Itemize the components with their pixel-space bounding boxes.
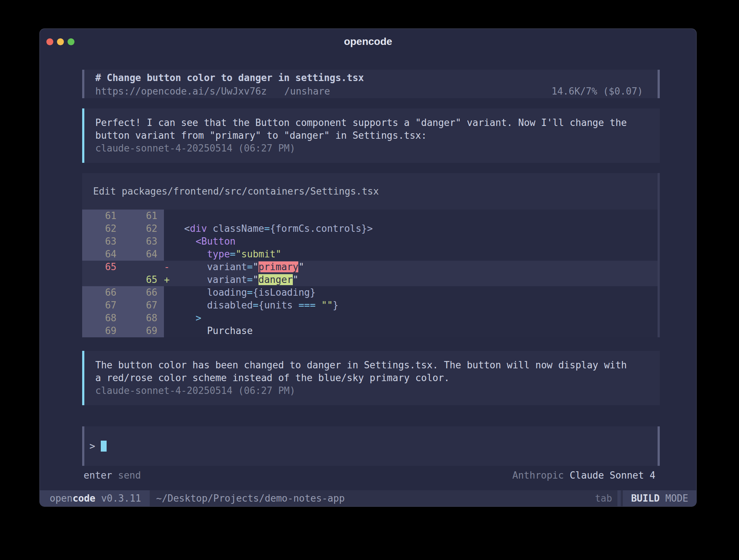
diff-gutter: 65 xyxy=(82,261,164,273)
scrollbar-track[interactable] xyxy=(658,173,660,337)
hint-row: enter send Anthropic Claude Sonnet 4 xyxy=(82,469,660,482)
code-token: Purchase xyxy=(207,325,253,336)
line-number: 68 xyxy=(123,312,164,325)
diff-row: 6969 Purchase xyxy=(82,325,660,337)
titlebar: opencode xyxy=(40,29,696,54)
message-line: The button color has been changed to dan… xyxy=(95,359,649,372)
diff-sign xyxy=(164,325,173,337)
diff-gutter: 6666 xyxy=(82,286,164,299)
line-number: 67 xyxy=(82,299,123,312)
code-token: " xyxy=(253,261,259,272)
app-window: opencode # Change button color to danger… xyxy=(39,28,697,507)
diff-sign xyxy=(164,312,173,325)
diff-sign: - xyxy=(164,261,173,273)
code-token: " xyxy=(293,274,299,285)
code-token: < xyxy=(184,223,190,234)
diff-table: 61616262 <div className={formCs.controls… xyxy=(82,210,660,337)
line-number: 62 xyxy=(123,222,164,235)
code-token: === xyxy=(298,300,315,311)
diff-gutter: 6262 xyxy=(82,222,164,235)
line-number: 63 xyxy=(82,235,123,248)
diff-gutter: 6363 xyxy=(82,235,164,248)
line-number: 64 xyxy=(123,248,164,261)
code-line: variant="danger" xyxy=(173,273,660,286)
send-hint-label: send xyxy=(118,469,141,482)
code-token xyxy=(173,274,207,285)
diff-gutter: 6767 xyxy=(82,299,164,312)
edit-tool-title: Edit packages/frontend/src/containers/Se… xyxy=(82,173,660,210)
app-name-bold: code xyxy=(73,493,96,504)
status-bar: opencode v0.3.11 ~/Desktop/Projects/demo… xyxy=(40,490,696,506)
code-token xyxy=(173,312,196,323)
diff-row: 6767 disabled={units === ""} xyxy=(82,299,660,312)
diff-row: 6161 xyxy=(82,210,660,222)
diff-sign xyxy=(164,286,173,299)
code-token: " xyxy=(253,274,259,285)
mode-name: BUILD xyxy=(631,493,659,504)
code-token xyxy=(173,223,184,234)
diff-row: 6464 type="submit" xyxy=(82,248,660,261)
diff-sign xyxy=(164,299,173,312)
line-number xyxy=(82,273,123,286)
main-content: # Change button color to danger in setti… xyxy=(40,54,696,482)
code-token: "" xyxy=(321,300,333,311)
diff-row: 65- variant="primary" xyxy=(82,261,660,273)
code-token xyxy=(173,300,207,311)
app-version-segment: opencode v0.3.11 xyxy=(40,490,150,506)
code-line: loading={isLoading} xyxy=(173,286,660,299)
code-token: {units xyxy=(259,300,299,311)
code-token: } xyxy=(333,300,338,311)
model-timestamp: claude-sonnet-4-20250514 (06:27 PM) xyxy=(95,142,649,155)
tab-key-hint[interactable]: tab xyxy=(595,490,612,506)
code-token: <Button xyxy=(196,236,236,247)
message-line: a red/rose color scheme instead of the b… xyxy=(95,372,649,384)
code-line: <div className={formCs.controls}> xyxy=(173,222,660,235)
diff-gutter: 6969 xyxy=(82,325,164,337)
code-line: Purchase xyxy=(173,325,660,337)
code-token: "submit" xyxy=(236,249,281,260)
mode-segment[interactable]: BUILD MODE xyxy=(623,490,696,506)
diff-sign: + xyxy=(164,273,173,286)
line-number: 62 xyxy=(82,222,123,235)
diff-row: 6262 <div className={formCs.controls}> xyxy=(82,222,660,235)
session-header: # Change button color to danger in setti… xyxy=(82,70,660,98)
diff-sign xyxy=(164,222,173,235)
mode-separator xyxy=(617,490,621,506)
line-number: 68 xyxy=(82,312,123,325)
diff-sign xyxy=(164,248,173,261)
code-token: primary xyxy=(259,261,299,272)
diff-gutter: 6868 xyxy=(82,312,164,325)
code-token: = xyxy=(253,300,259,311)
line-number: 67 xyxy=(123,299,164,312)
diff-sign xyxy=(164,235,173,248)
text-cursor xyxy=(101,441,107,452)
code-token: = xyxy=(230,249,236,260)
diff-gutter: 6464 xyxy=(82,248,164,261)
diff-row: 65+ variant="danger" xyxy=(82,273,660,286)
line-number xyxy=(123,261,164,273)
code-token: " xyxy=(298,261,304,272)
code-token xyxy=(173,325,207,336)
line-number: 66 xyxy=(123,286,164,299)
code-token: > xyxy=(196,312,202,323)
code-token xyxy=(173,261,207,272)
code-token: = xyxy=(264,223,270,234)
code-line xyxy=(173,210,660,222)
spacer xyxy=(141,469,512,482)
assistant-message: The button color has been changed to dan… xyxy=(82,351,660,405)
code-token: variant xyxy=(207,261,247,272)
code-token: = xyxy=(247,274,253,285)
code-line: variant="primary" xyxy=(173,261,660,273)
code-line: disabled={units === ""} xyxy=(173,299,660,312)
code-token: danger xyxy=(259,274,293,285)
line-number: 64 xyxy=(82,248,123,261)
enter-key-hint: enter xyxy=(84,469,112,482)
code-line: > xyxy=(173,312,660,325)
share-url[interactable]: https://opencode.ai/s/UwJxv76z xyxy=(95,85,267,98)
app-version: v0.3.11 xyxy=(95,493,141,504)
prompt-input[interactable]: > xyxy=(82,426,660,466)
line-number: 69 xyxy=(82,325,123,337)
session-title: # Change button color to danger in setti… xyxy=(95,71,643,85)
diff-row: 6363 <Button xyxy=(82,235,660,248)
line-number: 65 xyxy=(82,261,123,273)
